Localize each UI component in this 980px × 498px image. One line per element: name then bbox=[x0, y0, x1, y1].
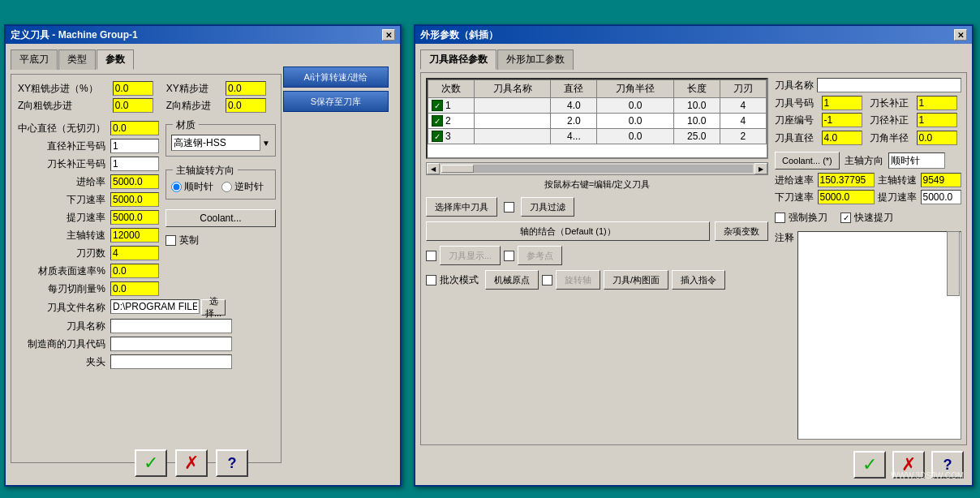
len-correct-input[interactable] bbox=[110, 157, 159, 171]
r-plunge-input[interactable] bbox=[818, 190, 875, 204]
feed-rate-input[interactable] bbox=[110, 174, 159, 189]
tool-file-label: 刀具文件名称 bbox=[18, 301, 105, 315]
r-coolant-button[interactable]: Coolant... (*) bbox=[775, 152, 840, 170]
select-lib-button[interactable]: 选择库中刀具 bbox=[426, 197, 497, 217]
r-tool-seat-input[interactable] bbox=[822, 113, 862, 127]
scroll-left[interactable]: ◀ bbox=[427, 163, 440, 174]
r-retract-input[interactable] bbox=[921, 190, 961, 204]
row3-check[interactable]: ✓ bbox=[432, 131, 443, 142]
center-dia-input[interactable] bbox=[110, 121, 159, 135]
batch-mode-checkbox[interactable] bbox=[426, 275, 436, 285]
save-to-lib-button[interactable]: S保存至刀库 bbox=[283, 91, 389, 112]
row1-flutes: 4 bbox=[720, 98, 766, 114]
left-title-bar: 定义刀具 - Machine Group-1 ✕ bbox=[6, 26, 400, 44]
r-spindle-spd-label: 主轴转速 bbox=[878, 174, 918, 187]
notes-textarea[interactable] bbox=[797, 231, 961, 440]
r-tool-dia-input[interactable] bbox=[822, 131, 862, 145]
r-plunge-label: 下刀速率 bbox=[775, 191, 815, 204]
table-row[interactable]: ✓2 2.0 0.0 10.0 4 bbox=[428, 114, 767, 129]
misc-var-button[interactable]: 杂项变数 bbox=[715, 221, 768, 241]
plunge-rate-input[interactable] bbox=[110, 192, 159, 207]
scroll-right[interactable]: ▶ bbox=[754, 163, 767, 174]
r-corner-r-label: 刀角半径 bbox=[870, 131, 913, 145]
spindle-speed-input[interactable] bbox=[110, 228, 159, 243]
xy-fine-input[interactable] bbox=[226, 81, 266, 96]
retract-rate-input[interactable] bbox=[110, 210, 159, 225]
flute-count-input[interactable] bbox=[110, 246, 159, 260]
scroll-track[interactable] bbox=[441, 165, 753, 173]
row2-check[interactable]: ✓ bbox=[432, 115, 443, 127]
r-corner-r-input[interactable] bbox=[917, 131, 957, 145]
tool-filter-checkbox[interactable] bbox=[504, 202, 514, 213]
tool-plane-button[interactable]: 刀具/构图面 bbox=[604, 270, 668, 290]
scroll-thumb[interactable] bbox=[441, 165, 474, 173]
tool-display-button[interactable]: 刀具显示... bbox=[440, 246, 501, 265]
cancel-button-left[interactable]: ✗ bbox=[175, 449, 208, 477]
calc-speed-button[interactable]: Ai计算转速/进给 bbox=[283, 67, 389, 88]
row3-name bbox=[475, 129, 551, 144]
r-tool-num-label: 刀具号码 bbox=[775, 97, 819, 110]
dia-correct-input[interactable] bbox=[110, 139, 159, 153]
r-feed-label: 进给速率 bbox=[775, 174, 815, 187]
table-hscrollbar[interactable]: ◀ ▶ bbox=[426, 162, 768, 175]
right-close-button[interactable]: ✕ bbox=[954, 29, 967, 41]
material-arrow[interactable]: ▼ bbox=[262, 139, 270, 148]
dia-correct-label: 直径补正号码 bbox=[18, 140, 105, 153]
each-cut-input[interactable] bbox=[110, 281, 159, 296]
rotate-axis-checkbox[interactable] bbox=[542, 275, 552, 285]
z-fine-input[interactable] bbox=[226, 98, 266, 113]
material-combo[interactable]: 高速钢-HSS bbox=[171, 135, 260, 151]
r-len-correct-input[interactable] bbox=[917, 96, 957, 110]
material-rate-input[interactable] bbox=[110, 264, 159, 278]
spindle-ccw-label: 逆时针 bbox=[234, 180, 264, 194]
tab-flat-end[interactable]: 平底刀 bbox=[11, 49, 58, 70]
z-rough-input[interactable] bbox=[113, 98, 153, 113]
ref-point-checkbox[interactable] bbox=[504, 251, 514, 261]
ok-button-right[interactable]: ✓ bbox=[853, 451, 886, 479]
tab-tool-path[interactable]: 刀具路径参数 bbox=[420, 49, 496, 70]
r-feed-input[interactable] bbox=[818, 173, 875, 187]
tool-table: 次数 刀具名称 直径 刀角半径 长度 刀刃 ✓1 bbox=[428, 79, 767, 144]
help-button-left[interactable]: ? bbox=[216, 449, 248, 477]
row2-dia: 2.0 bbox=[551, 114, 597, 129]
ok-button-left[interactable]: ✓ bbox=[135, 449, 167, 477]
plunge-rate-label: 下刀速率 bbox=[18, 193, 105, 207]
coolant-button[interactable]: Coolant... bbox=[165, 209, 276, 227]
row1-length: 10.0 bbox=[673, 98, 720, 114]
table-row[interactable]: ✓1 4.0 0.0 10.0 4 bbox=[428, 98, 767, 114]
r-dia-correct-input[interactable] bbox=[917, 113, 957, 127]
xy-rough-input[interactable] bbox=[113, 81, 153, 96]
axis-combine-button[interactable]: 轴的结合（Default (1)） bbox=[426, 221, 710, 241]
ref-point-button[interactable]: 参考点 bbox=[518, 246, 562, 265]
tool-filter-button[interactable]: 刀具过滤 bbox=[521, 197, 574, 217]
left-close-button[interactable]: ✕ bbox=[382, 29, 395, 41]
r-tool-num-input[interactable] bbox=[822, 96, 862, 110]
r-spindle-dir-combo[interactable]: 顺时针 bbox=[888, 152, 945, 169]
r-spindle-spd-input[interactable] bbox=[921, 173, 961, 187]
flute-count-label: 刀刃数 bbox=[18, 247, 105, 260]
col-flutes: 刀刃 bbox=[720, 80, 766, 98]
insert-cmd-button[interactable]: 插入指令 bbox=[672, 270, 725, 290]
tab-profile[interactable]: 外形加工参数 bbox=[497, 49, 574, 70]
force-tool-change-checkbox[interactable] bbox=[775, 213, 785, 223]
tool-display-checkbox[interactable] bbox=[426, 251, 436, 261]
row1-check[interactable]: ✓ bbox=[432, 100, 443, 111]
tab-type[interactable]: 类型 bbox=[58, 49, 96, 70]
r-tool-name-input[interactable] bbox=[817, 78, 961, 92]
fast-retract-checkbox[interactable] bbox=[840, 213, 851, 223]
machine-origin-button[interactable]: 机械原点 bbox=[485, 270, 539, 290]
rotate-axis-button[interactable]: 旋转轴 bbox=[556, 270, 600, 290]
retract-rate-label: 提刀速率 bbox=[18, 211, 105, 225]
spindle-cw-radio[interactable] bbox=[171, 182, 182, 192]
row3-corner: 0.0 bbox=[597, 129, 673, 144]
r-tool-seat-label: 刀座编号 bbox=[775, 114, 819, 127]
spindle-ccw-radio[interactable] bbox=[221, 182, 232, 192]
row1-corner: 0.0 bbox=[597, 98, 673, 114]
left-title-text: 定义刀具 - Machine Group-1 bbox=[11, 28, 138, 42]
tab-params[interactable]: 参数 bbox=[97, 49, 134, 70]
batch-mode-label: 批次模式 bbox=[440, 273, 479, 287]
force-tool-change-label: 强制换刀 bbox=[789, 211, 827, 225]
material-rate-label: 材质表面速率% bbox=[18, 264, 105, 278]
imperial-checkbox[interactable] bbox=[165, 235, 176, 246]
table-row[interactable]: ✓3 4... 0.0 25.0 2 bbox=[428, 129, 767, 144]
